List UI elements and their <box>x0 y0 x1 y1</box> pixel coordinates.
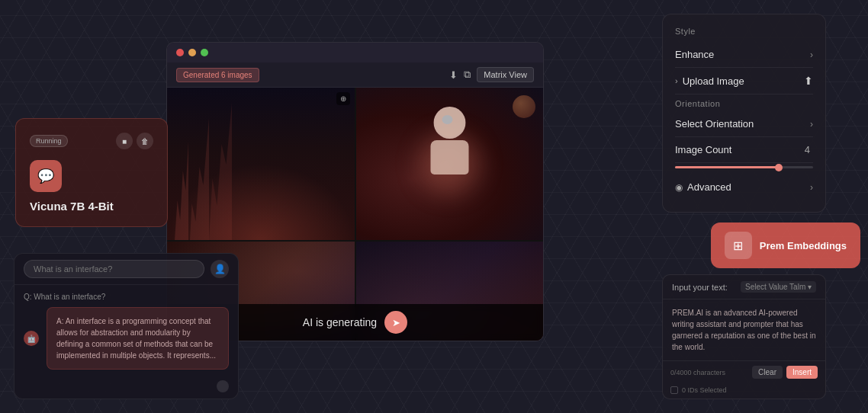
vicuna-badges: Running <box>30 135 68 147</box>
chat-footer-indicator <box>217 380 229 392</box>
chat-footer <box>14 377 238 399</box>
orientation-section-label: Orientation <box>675 99 813 108</box>
minimize-traffic-light[interactable] <box>188 49 196 56</box>
clear-button[interactable]: Clear <box>752 366 783 379</box>
astronaut-figure <box>429 107 471 164</box>
helmet <box>433 107 465 139</box>
download-button[interactable]: ⬇ <box>449 69 458 81</box>
insert-button[interactable]: Insert <box>786 366 818 379</box>
enhance-label: Enhance <box>675 49 714 60</box>
chat-panel: 👤 Q: What is an interface? 🤖 A: An inter… <box>14 253 239 399</box>
text-input-panel: Input your text: Select Value Talm ▾ PRE… <box>662 274 826 399</box>
enhance-chevron-icon: › <box>810 50 813 60</box>
close-traffic-light[interactable] <box>176 49 184 56</box>
upload-image-row[interactable]: › Upload Image ⬆ <box>675 68 813 94</box>
text-panel-model-select[interactable]: Select Value Talm ▾ <box>741 281 816 293</box>
prem-icon-box: ⊞ <box>725 232 752 259</box>
image-count-row[interactable]: Image Count 4 <box>675 137 813 163</box>
vicuna-actions: ■ 🗑 <box>116 133 153 149</box>
chat-answer-bubble: A: An interface is a programming concept… <box>47 307 229 370</box>
vicuna-title: Vicuna 7B 4-Bit <box>30 200 153 213</box>
traffic-lights <box>176 49 208 56</box>
grid-icon: ⊞ <box>733 239 743 253</box>
advanced-label: Advanced <box>687 181 731 193</box>
select-orientation-row[interactable]: Select Orientation › <box>675 111 813 137</box>
text-panel-footer: 0/4000 characters Clear Insert <box>663 360 825 383</box>
prem-label: Prem Embeddings <box>760 240 847 251</box>
advanced-row[interactable]: ◉ Advanced › <box>675 174 813 200</box>
suit <box>430 140 468 174</box>
chat-user-icon: 👤 <box>211 260 229 278</box>
small-planet <box>513 95 535 118</box>
eye-icon: ◉ <box>675 182 683 193</box>
settings-panel: Style Enhance › › Upload Image ⬆ Orienta… <box>662 14 826 213</box>
advanced-chevron-icon: › <box>810 182 813 193</box>
vicuna-icon-box: 💬 <box>30 160 62 192</box>
stop-button[interactable]: ■ <box>116 133 133 149</box>
ai-send-button[interactable]: ➤ <box>384 311 407 334</box>
city-glow <box>167 164 355 240</box>
visor <box>442 115 452 124</box>
chat-input-area: 👤 <box>14 254 238 285</box>
gen-badge: Generated 6 images <box>176 68 259 82</box>
viewer-toolbar: Generated 6 images ⬇ ⧉ Matrix View <box>167 62 543 88</box>
style-section-label: Style <box>675 27 813 36</box>
text-panel-body: PREM.AI is an advanced AI-powered writin… <box>663 299 825 360</box>
orientation-chevron-icon: › <box>810 119 813 130</box>
delete-button[interactable]: 🗑 <box>137 133 153 149</box>
upload-icon: ⬆ <box>804 75 813 87</box>
text-panel-header: Input your text: Select Value Talm ▾ <box>663 275 825 299</box>
city-image-cell: ⊕ <box>167 88 355 240</box>
chat-question: Q: What is an interface? <box>24 293 229 301</box>
toolbar-actions: ⬇ ⧉ Matrix View <box>449 67 534 82</box>
chat-bot-avatar: 🤖 <box>24 331 39 346</box>
expand-icon: › <box>675 76 678 85</box>
maximize-traffic-light[interactable] <box>201 49 208 56</box>
zoom-icon[interactable]: ⊕ <box>336 92 350 105</box>
viewer-titlebar <box>167 43 543 62</box>
slider-thumb <box>775 164 783 171</box>
prem-embeddings-card[interactable]: ⊞ Prem Embeddings <box>711 223 860 268</box>
text-panel-title: Input your text: <box>672 283 728 292</box>
ids-checkbox[interactable] <box>670 386 678 394</box>
vicuna-card: Running ■ 🗑 💬 Vicuna 7B 4-Bit <box>15 118 168 227</box>
enhance-row[interactable]: Enhance › <box>675 42 813 68</box>
slider-fill <box>675 166 779 168</box>
image-count-label: Image Count <box>675 144 731 155</box>
vicuna-header: Running ■ 🗑 <box>30 133 153 149</box>
image-count-slider[interactable] <box>675 163 813 174</box>
running-badge: Running <box>30 135 68 147</box>
chat-input[interactable] <box>24 260 204 278</box>
select-orientation-label: Select Orientation <box>675 118 754 130</box>
text-panel-buttons: Clear Insert <box>752 366 818 379</box>
chat-messages: Q: What is an interface? 🤖 A: An interfa… <box>14 285 238 377</box>
ids-label: 0 IDs Selected <box>682 386 727 394</box>
image-count-value: 4 <box>805 144 810 155</box>
upload-image-label: Upload Image <box>683 75 744 87</box>
slider-track <box>675 166 813 168</box>
view-select[interactable]: Matrix View <box>477 67 534 82</box>
chat-icon: 💬 <box>37 168 54 184</box>
char-counter: 0/4000 characters <box>670 369 725 376</box>
ai-generating-text: AI is generating <box>303 316 377 328</box>
astronaut-image-cell <box>356 88 544 240</box>
chat-answer-wrapper: 🤖 A: An interface is a programming conce… <box>47 307 229 370</box>
checkbox-row: 0 IDs Selected <box>663 383 825 399</box>
copy-button[interactable]: ⧉ <box>464 69 471 81</box>
